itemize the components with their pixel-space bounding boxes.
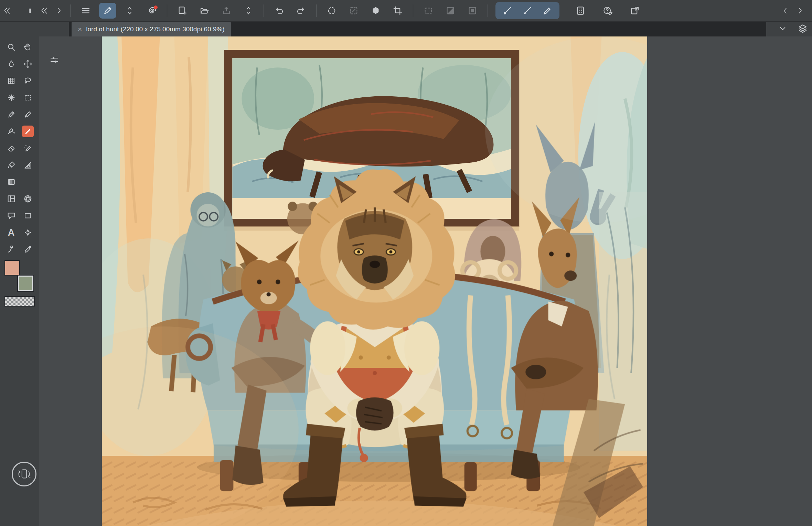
move-tool-button[interactable]	[20, 58, 36, 70]
snap-ruler-button[interactable]	[499, 3, 516, 19]
tabbar-controls	[778, 22, 808, 36]
mesh-transform-tool-button[interactable]	[3, 75, 20, 87]
layers-icon	[798, 23, 808, 34]
file-cycle-button[interactable]	[240, 3, 257, 19]
eraser-tool-button[interactable]	[3, 142, 20, 154]
layers-panel-button[interactable]	[798, 23, 808, 35]
open-file-button[interactable]	[196, 3, 213, 19]
pen-icon	[103, 6, 113, 16]
line-correct-tool-button[interactable]	[3, 244, 20, 255]
move-arrows-icon	[23, 59, 33, 69]
save-export-button[interactable]	[218, 3, 235, 19]
close-icon[interactable]: ×	[78, 25, 82, 33]
chevrons-left-icon	[40, 6, 49, 15]
marquee-tool-button[interactable]	[20, 92, 36, 104]
ink-pen-tool-button[interactable]	[3, 109, 20, 120]
external-window-button[interactable]	[626, 3, 643, 19]
new-file-button[interactable]	[174, 3, 191, 19]
redo-arrow-icon	[296, 6, 306, 16]
blend-tool-button[interactable]	[3, 58, 20, 70]
paint-bucket-icon	[7, 160, 16, 170]
quick-sliders-button[interactable]	[45, 52, 63, 67]
panel-back-button[interactable]	[39, 3, 50, 19]
secondary-color-swatch[interactable]	[18, 276, 33, 291]
top-toolbar	[0, 0, 812, 22]
curve-pen-tool-button[interactable]	[3, 126, 20, 137]
selected-tool-highlight	[22, 126, 34, 137]
decoration-tool-button[interactable]	[20, 227, 36, 238]
figure-tool-button[interactable]	[20, 210, 36, 222]
canvas-artwork[interactable]	[102, 36, 647, 526]
main-menu-button[interactable]	[77, 3, 94, 19]
snap-brush-icon	[522, 6, 533, 16]
lasso-tool-button[interactable]	[20, 75, 36, 87]
zoom-tool-button[interactable]	[3, 41, 20, 53]
rectangle-icon	[23, 211, 32, 220]
mesh-grid-icon	[7, 76, 16, 85]
redo-button[interactable]	[292, 3, 310, 19]
tool-cycle-button[interactable]	[121, 3, 138, 19]
quick-mask-button[interactable]	[367, 3, 384, 19]
hamburger-icon	[81, 6, 91, 16]
dashed-rect-icon	[423, 6, 434, 16]
balloon-tool-button[interactable]	[3, 210, 20, 222]
half-filled-square-icon	[445, 6, 456, 16]
notification-dot	[154, 6, 158, 9]
rotate-canvas-button[interactable]	[12, 462, 36, 486]
drop-icon	[7, 60, 16, 68]
pencil-tool-button[interactable]	[20, 109, 36, 120]
text-tool-button[interactable]: A	[3, 227, 20, 238]
hand-tool-button[interactable]	[20, 41, 36, 53]
rotate-device-icon	[16, 466, 32, 482]
help-button[interactable]	[599, 3, 616, 19]
vector-line-icon	[7, 245, 16, 254]
auto-select-tool-button[interactable]	[3, 92, 20, 104]
sliders-icon	[49, 55, 60, 65]
application-window: × lord of hunt (220.00 x 275.00mm 300dpi…	[0, 0, 812, 526]
deselect-button[interactable]	[420, 3, 437, 19]
chevron-left-icon	[781, 7, 790, 15]
processing-indicator	[323, 3, 340, 19]
frame-border-tool-button[interactable]	[3, 193, 20, 205]
spinner-icon	[327, 6, 337, 16]
new-document-icon	[177, 6, 188, 16]
eraser-icon	[7, 143, 16, 153]
toolbar-drag-handle[interactable]	[24, 3, 36, 19]
snap-special-ruler-button[interactable]	[519, 3, 536, 19]
marker-tool-button[interactable]	[20, 126, 36, 137]
selection-pen-button[interactable]	[345, 3, 362, 19]
current-tool-button[interactable]	[99, 3, 116, 19]
scroll-toolbar-left-button[interactable]	[780, 3, 791, 19]
bordered-square-icon	[467, 6, 478, 16]
fill-tool-button[interactable]	[3, 159, 20, 171]
canvas-area[interactable]	[39, 36, 812, 526]
gradient-tool-button[interactable]	[3, 176, 20, 188]
open-external-icon	[630, 6, 640, 16]
document-tab[interactable]: × lord of hunt (220.00 x 275.00mm 300dpi…	[72, 22, 231, 36]
chevron-down-icon	[778, 24, 787, 33]
panel-frames-icon	[7, 194, 16, 204]
perspective-grid-tool-button[interactable]	[20, 193, 36, 205]
tab-list-button[interactable]	[778, 24, 787, 34]
airbrush-tool-button[interactable]	[20, 142, 36, 154]
eyedropper-tool-button[interactable]	[20, 244, 36, 255]
panel-collapse-button[interactable]	[1, 3, 13, 19]
chevron-up-down-icon	[125, 6, 134, 16]
eyedropper-icon	[23, 245, 33, 254]
magnifier-icon	[7, 42, 16, 52]
ruler-tool-button[interactable]	[20, 159, 36, 171]
invert-selection-button[interactable]	[442, 3, 459, 19]
panel-forward-button[interactable]	[53, 3, 65, 19]
clip-studio-button[interactable]	[143, 3, 160, 19]
snap-guide-button[interactable]	[539, 3, 556, 19]
frame-crop-button[interactable]	[389, 3, 406, 19]
airbrush-icon	[23, 143, 33, 153]
sparkle-icon	[23, 228, 32, 237]
undo-button[interactable]	[270, 3, 288, 19]
nib-pen-icon	[7, 110, 16, 119]
primary-color-swatch[interactable]	[4, 260, 20, 276]
numeric-pad-button[interactable]	[572, 3, 589, 19]
transparent-color-swatch[interactable]	[4, 296, 35, 307]
selection-border-button[interactable]	[464, 3, 481, 19]
scroll-toolbar-right-button[interactable]	[794, 3, 806, 19]
